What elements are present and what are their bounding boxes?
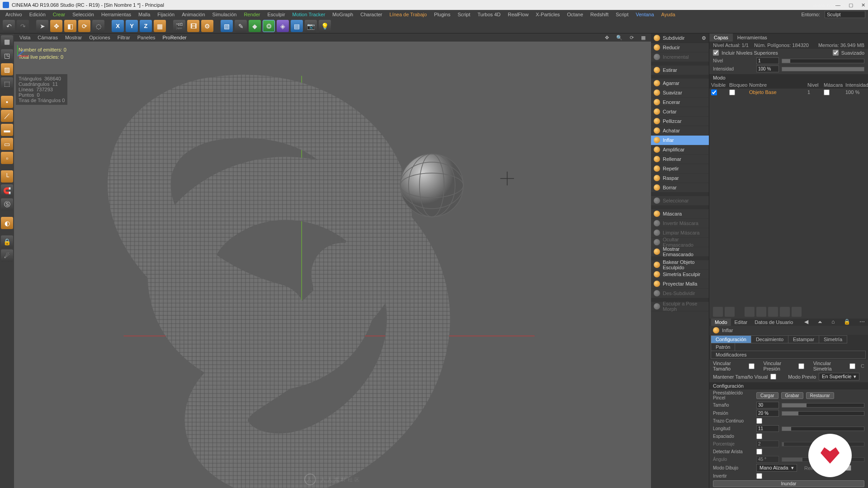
axis-y-button[interactable]: Y (126, 20, 138, 32)
menu-linea-trabajo[interactable]: Línea de Trabajo (387, 12, 430, 17)
menu-esculpir[interactable]: Esculpir (264, 12, 288, 17)
menu-herramientas[interactable]: Herramientas (99, 12, 134, 17)
axis-z-button[interactable]: Z (140, 20, 152, 32)
edge-mode-button[interactable]: ／ (1, 110, 13, 122)
deformer-button[interactable]: ❂ (263, 20, 275, 32)
cube-button[interactable]: ▦ (154, 20, 166, 32)
sculpt-encerar[interactable]: Encerar (651, 98, 709, 107)
sculpt-inflar[interactable]: Inflar (651, 136, 709, 145)
axis-button[interactable]: └ (1, 170, 13, 183)
poly-mode-button[interactable]: ▬ (1, 124, 13, 136)
lasso-tool[interactable]: ◌ (92, 20, 104, 32)
layer-btn-7[interactable] (792, 307, 802, 317)
sculpt-raspar[interactable]: Raspar (651, 174, 709, 183)
menu-script-2[interactable]: Script (613, 12, 631, 17)
layer-btn-3[interactable] (745, 307, 755, 317)
attr-home[interactable]: ⌂ (830, 319, 836, 326)
sculpt-estirar[interactable]: Estirar (651, 66, 709, 75)
chk-link-sym[interactable] (849, 363, 855, 369)
menu-simulacion[interactable]: Simulación (210, 12, 240, 17)
atab-editar[interactable]: Editar (731, 319, 751, 326)
row-lock[interactable] (729, 89, 735, 95)
lock-button[interactable]: 🔒 (1, 235, 13, 248)
vp-vista[interactable]: Vista (17, 35, 33, 40)
menu-crear[interactable]: Crear (50, 12, 68, 17)
menu-xparticles[interactable]: X-Particles (533, 12, 562, 17)
redo-button[interactable]: ↷ (17, 20, 29, 32)
sculpt-máscara[interactable]: Máscara (651, 209, 709, 219)
maximize-button[interactable]: ▢ (849, 2, 853, 8)
gear-icon[interactable]: ⚙ (702, 35, 706, 41)
tab-herramientas[interactable]: Herramientas (733, 33, 772, 42)
attr-menu[interactable]: ⋯ (858, 319, 866, 326)
vp-pan-icon[interactable]: ✥ (602, 35, 612, 41)
vp-camaras[interactable]: Cámaras (35, 35, 61, 40)
env-dropdown[interactable] (825, 11, 865, 18)
sculpt-agarrar[interactable]: Agarrar (651, 79, 709, 88)
hair-button[interactable]: ☄ (1, 249, 13, 262)
chk-keep-visual[interactable] (770, 374, 776, 380)
size-slider[interactable] (782, 403, 864, 408)
snap-button[interactable]: Ⓢ (1, 198, 13, 211)
chk-link-size[interactable] (749, 363, 755, 369)
axis-x-button[interactable]: X (112, 20, 124, 32)
sculpt-reducir[interactable]: Reducir (651, 43, 709, 52)
row-name[interactable]: Objeto Base (747, 89, 806, 97)
chk-incluir-niveles[interactable] (713, 50, 719, 56)
generator-button[interactable]: ◆ (249, 20, 261, 32)
btn-restaurar[interactable]: Restaurar (806, 392, 834, 399)
model-mode-button[interactable]: ▦ (1, 35, 13, 47)
sculpt-suavizar[interactable]: Suavizar (651, 88, 709, 98)
menu-realflow[interactable]: RealFlow (505, 12, 531, 17)
length-slider[interactable] (782, 427, 864, 431)
menu-octane[interactable]: Octane (564, 12, 585, 17)
chk-invert[interactable] (756, 473, 762, 479)
menu-plugins[interactable]: Plugins (431, 12, 453, 17)
chk-edge[interactable] (756, 449, 762, 455)
viewport[interactable]: Number of emitters: 0 Total live particl… (14, 42, 651, 488)
menu-mograph[interactable]: MoGraph (330, 12, 356, 17)
select-tool[interactable]: ➤ (36, 20, 48, 32)
tag-button[interactable]: ◈ (277, 20, 289, 32)
press-input[interactable] (756, 410, 779, 417)
menu-ayuda[interactable]: Ayuda (659, 12, 678, 17)
sculpt-cortar[interactable]: Cortar (651, 107, 709, 117)
pen-button[interactable]: ✎ (235, 20, 247, 32)
layer-btn-5[interactable] (768, 307, 778, 317)
move-tool[interactable]: ✥ (50, 20, 62, 32)
magnet-button[interactable]: 🧲 (1, 184, 13, 197)
menu-redshift[interactable]: Redshift (588, 12, 611, 17)
row-visible[interactable] (711, 89, 717, 95)
light-button[interactable]: 💡 (319, 20, 331, 32)
undo-button[interactable]: ↶ (3, 20, 15, 32)
vp-opciones[interactable]: Opciones (86, 35, 113, 40)
render-button[interactable]: 🎬 (173, 20, 185, 32)
menu-edicion[interactable]: Edición (27, 12, 48, 17)
vp-zoom-icon[interactable]: 🔍 (613, 35, 625, 41)
axis-gizmo[interactable] (14, 42, 32, 60)
intensidad-slider[interactable] (782, 67, 864, 71)
attr-prev[interactable]: ◀ (803, 319, 810, 326)
vp-filtrar[interactable]: Filtrar (115, 35, 133, 40)
btn-cargar[interactable]: Cargar (756, 392, 778, 399)
layer-btn-2[interactable] (725, 307, 735, 317)
stab-stamp[interactable]: Estampar (788, 335, 819, 343)
chk-spacing[interactable] (756, 433, 762, 439)
menu-seleccion[interactable]: Selección (70, 12, 97, 17)
sculpt-repetir[interactable]: Repetir (651, 164, 709, 174)
chk-suavizado[interactable] (833, 50, 839, 56)
sculpt-subdividir[interactable]: Subdividir⚙ (651, 33, 709, 43)
angle-input[interactable] (756, 456, 779, 463)
vp-mostrar[interactable]: Mostrar (62, 35, 85, 40)
intensidad-input[interactable] (756, 66, 779, 72)
menu-ventana[interactable]: Ventana (633, 12, 656, 17)
vp-orbit-icon[interactable]: ⟳ (627, 35, 637, 41)
menu-render[interactable]: Render (241, 12, 263, 17)
atab-datos[interactable]: Datos de Usuario (751, 319, 797, 326)
atab-modo[interactable]: Modo (711, 319, 731, 326)
menu-fijacion[interactable]: Fijación (155, 12, 177, 17)
render-region-button[interactable]: 🎞 (187, 20, 199, 32)
stab-sym[interactable]: Simetría (819, 335, 847, 343)
menu-archivo[interactable]: Archivo (3, 12, 25, 17)
vp-paneles[interactable]: Paneles (135, 35, 158, 40)
